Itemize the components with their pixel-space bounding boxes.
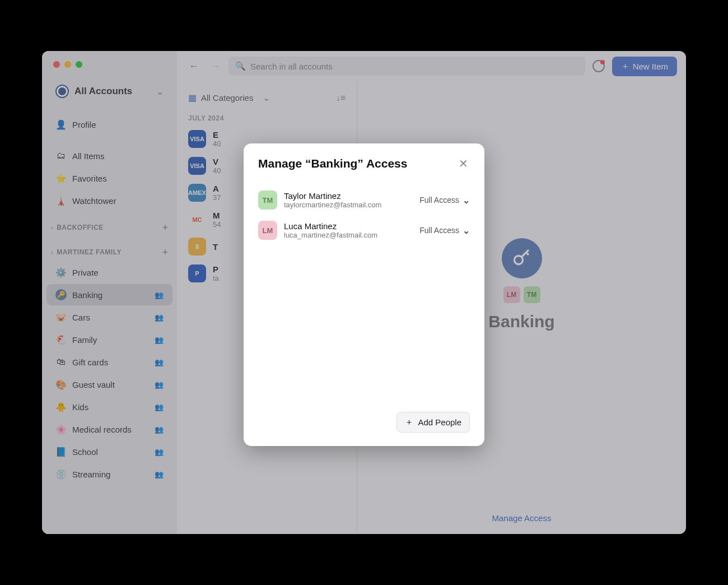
modal-overlay[interactable]: Manage “Banking” Access ✕ TM Taylor Mart… xyxy=(42,51,686,534)
person-name: Taylor Martinez xyxy=(284,191,413,201)
people-list: TM Taylor Martinez taylorcmartinez@fastm… xyxy=(258,185,470,412)
chevron-down-icon: ⌄ xyxy=(463,225,470,236)
person-info: Taylor Martinez taylorcmartinez@fastmail… xyxy=(284,191,413,209)
access-selector[interactable]: Full Access ⌄ xyxy=(419,195,470,206)
access-selector[interactable]: Full Access ⌄ xyxy=(419,225,470,236)
person-avatar: TM xyxy=(258,191,277,210)
person-email: luca_martinez@fastmail.com xyxy=(284,231,413,239)
app-window: All Accounts ⌄ 👤Profile🗂All Items⭐Favori… xyxy=(42,51,686,534)
person-avatar: LM xyxy=(258,221,277,240)
modal-header: Manage “Banking” Access ✕ xyxy=(258,157,470,170)
person-email: taylorcmartinez@fastmail.com xyxy=(284,201,413,209)
close-button[interactable]: ✕ xyxy=(456,157,470,170)
plus-icon: ＋ xyxy=(405,417,413,428)
person-name: Luca Martinez xyxy=(284,221,413,231)
modal-footer: ＋ Add People xyxy=(258,412,470,433)
modal-title: Manage “Banking” Access xyxy=(258,157,407,170)
person-info: Luca Martinez luca_martinez@fastmail.com xyxy=(284,221,413,239)
chevron-down-icon: ⌄ xyxy=(463,195,470,206)
add-people-button[interactable]: ＋ Add People xyxy=(396,412,470,433)
access-label: Full Access xyxy=(419,196,459,205)
access-label: Full Access xyxy=(419,226,459,235)
close-icon: ✕ xyxy=(459,157,468,170)
person-row: TM Taylor Martinez taylorcmartinez@fastm… xyxy=(258,185,470,215)
manage-access-dialog: Manage “Banking” Access ✕ TM Taylor Mart… xyxy=(244,143,484,446)
add-people-label: Add People xyxy=(418,417,461,427)
person-row: LM Luca Martinez luca_martinez@fastmail.… xyxy=(258,215,470,245)
